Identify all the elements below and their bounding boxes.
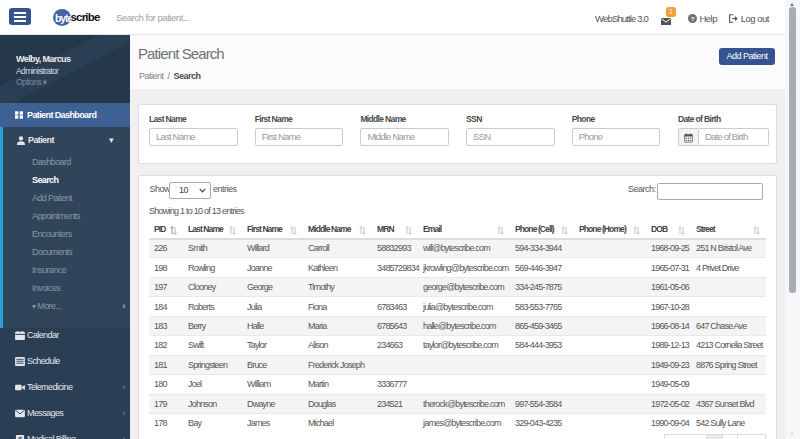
- svg-text:$: $: [18, 435, 22, 439]
- svg-text:?: ?: [691, 15, 695, 22]
